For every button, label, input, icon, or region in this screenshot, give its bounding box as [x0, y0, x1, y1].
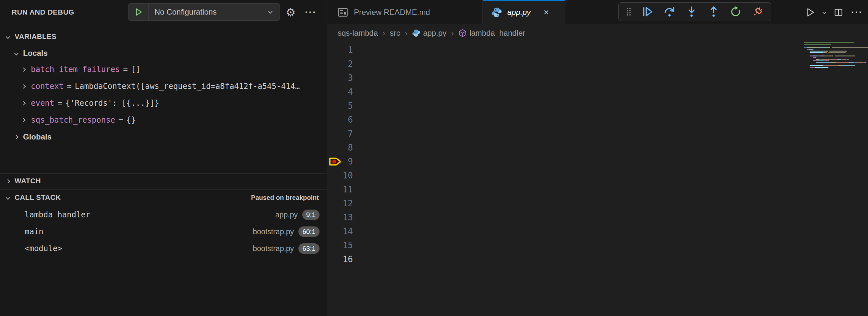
- line-number: 5: [334, 99, 353, 113]
- line-number: 3: [334, 71, 353, 85]
- minimap-line: [841, 65, 855, 66]
- equals-sign: =: [123, 65, 128, 74]
- line-number: 14: [334, 224, 353, 239]
- watch-section-header[interactable]: WATCH: [0, 174, 327, 188]
- frame-position-badge: 63:1: [299, 243, 319, 254]
- frame-position-badge: 60:1: [299, 226, 319, 237]
- line-number: 8: [334, 141, 353, 155]
- variable-row[interactable]: context=LambdaContext([aws_request_id=a8…: [0, 78, 327, 94]
- chevron-down-icon: [268, 9, 273, 13]
- minimap-line: [826, 52, 827, 53]
- vscode-window: RUN AND DEBUG No Configurations ⚙ ··· VA…: [0, 0, 868, 316]
- tab-app-py[interactable]: app.py ×: [483, 0, 565, 25]
- minimap-line: [829, 60, 829, 61]
- line-number: 16: [334, 252, 353, 266]
- drag-handle-icon[interactable]: [623, 4, 634, 20]
- minimap-line: [813, 56, 817, 57]
- breadcrumb-separator: ›: [451, 28, 454, 38]
- more-actions-icon[interactable]: ···: [848, 3, 865, 22]
- minimap-line: [824, 65, 838, 66]
- minimap-line: [831, 62, 835, 63]
- stack-frame-row[interactable]: lambda_handlerapp.py9:1: [0, 207, 327, 223]
- frame-name: lambda_handler: [25, 210, 275, 219]
- variable-row[interactable]: event={'Records': [{...}]}: [0, 95, 327, 111]
- scope-globals[interactable]: Globals: [0, 129, 327, 145]
- python-icon: [412, 29, 421, 37]
- section-divider: [0, 189, 327, 190]
- continue-icon[interactable]: [639, 4, 656, 20]
- minimap-line: [832, 56, 833, 57]
- variable-row[interactable]: sqs_batch_response={}: [0, 112, 327, 128]
- minimap-line: [810, 65, 823, 66]
- variable-name: sqs_batch_response: [31, 116, 115, 125]
- split-editor-icon[interactable]: [831, 3, 846, 22]
- chevron-down-icon: [6, 35, 10, 39]
- variable-value: {'Records': [{...}]}: [65, 99, 159, 108]
- chevron-right-icon: [6, 179, 10, 183]
- disconnect-icon[interactable]: [749, 4, 767, 20]
- gear-icon[interactable]: ⚙: [282, 0, 300, 24]
- editor-group: Preview README.md app.py ×: [327, 0, 868, 316]
- scope-label: Locals: [23, 49, 48, 58]
- scope-locals[interactable]: Locals: [0, 45, 327, 61]
- chevron-right-icon: [22, 84, 26, 89]
- line-number: 6: [334, 113, 353, 127]
- line-number: 15: [334, 239, 353, 252]
- markdown-preview-icon: [337, 6, 349, 18]
- close-icon[interactable]: ×: [540, 6, 553, 19]
- breadcrumb: sqs-lambda › src › app.py › lambda_handl…: [327, 25, 868, 41]
- breadcrumb-separator: ›: [382, 28, 385, 38]
- minimap-line: [824, 51, 826, 52]
- step-over-icon[interactable]: [661, 4, 678, 20]
- step-into-icon[interactable]: [683, 4, 700, 20]
- minimap-line: [823, 47, 829, 48]
- minimap-line: [837, 62, 848, 63]
- frame-file: bootstrap.py: [253, 244, 294, 253]
- minimap-line: [818, 60, 825, 61]
- breadcrumb-item[interactable]: src: [390, 29, 400, 38]
- breakpoint-current-line-icon[interactable]: [328, 156, 343, 167]
- sidebar-title: RUN AND DEBUG: [12, 8, 74, 17]
- minimap-line: [804, 42, 855, 43]
- breadcrumb-item[interactable]: lambda_handler: [458, 29, 525, 38]
- minimap-hint: [832, 47, 868, 48]
- more-actions-icon[interactable]: ···: [301, 0, 320, 24]
- minimap[interactable]: [804, 42, 867, 149]
- call-stack-section-header[interactable]: CALL STACK Paused on breakpoint: [0, 191, 327, 204]
- editor-actions: ···: [803, 0, 865, 24]
- start-debug-icon[interactable]: [128, 4, 149, 21]
- minimap-line: [816, 62, 830, 63]
- line-number: 1: [334, 43, 353, 57]
- minimap-line: [815, 57, 816, 58]
- stack-frame-row[interactable]: mainbootstrap.py60:1: [0, 224, 327, 240]
- step-out-icon[interactable]: [705, 4, 722, 20]
- launch-config-dropdown[interactable]: No Configurations: [128, 3, 280, 21]
- frame-name: main: [25, 227, 253, 236]
- run-python-file-icon[interactable]: [803, 3, 818, 22]
- minimap-line: [818, 47, 822, 48]
- breadcrumb-item[interactable]: app.py: [412, 29, 446, 38]
- minimap-line: [826, 51, 828, 52]
- minimap-line: [823, 52, 826, 53]
- run-dropdown-chevron-icon[interactable]: [820, 3, 829, 22]
- line-number: 11: [334, 183, 353, 197]
- scope-label: Globals: [23, 132, 52, 141]
- restart-icon[interactable]: [727, 4, 744, 20]
- frame-position-badge: 9:1: [302, 210, 319, 220]
- minimap-line: [839, 65, 841, 66]
- minimap-line: [820, 56, 824, 57]
- variables-section-label: VARIABLES: [14, 32, 56, 41]
- variables-section-header[interactable]: VARIABLES: [0, 30, 327, 43]
- frame-file: app.py: [275, 211, 298, 219]
- watch-section-label: WATCH: [14, 177, 41, 185]
- tab-preview-readme[interactable]: Preview README.md: [327, 0, 483, 24]
- debug-toolbar: [618, 2, 771, 21]
- minimap-line: [829, 47, 830, 48]
- variable-row[interactable]: batch_item_failures=[]: [0, 62, 327, 77]
- minimap-line: [813, 49, 813, 50]
- call-stack-section-label: CALL STACK: [14, 193, 61, 202]
- minimap-line: [813, 60, 818, 61]
- stack-frame-row[interactable]: <module>bootstrap.py63:1: [0, 241, 327, 256]
- breadcrumb-item[interactable]: sqs-lambda: [338, 29, 378, 38]
- variable-name: context: [31, 82, 64, 91]
